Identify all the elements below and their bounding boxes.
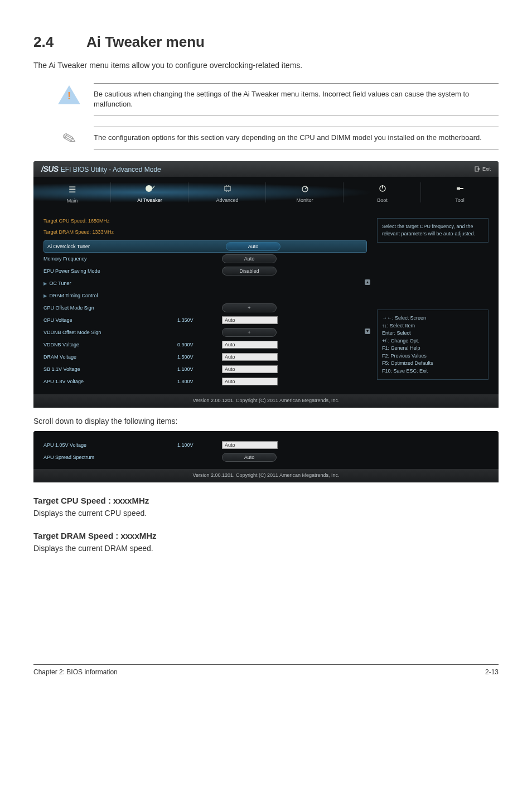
cpu-voltage-label: CPU Voltage [43,317,177,323]
help-box: Select the target CPU frequency, and the… [377,218,489,243]
exit-button[interactable]: Exit [475,166,491,172]
vddnb-offset-mode-sign-label: VDDNB Offset Mode Sign [43,330,177,335]
apu-1-8v-voltage-label: APU 1.8V Voltage [43,379,177,384]
vddnb-voltage-reading: 0.900V [177,342,222,347]
memory-frequency-label: Memory Frequency [43,256,177,262]
row-vddnb-offset-mode-sign[interactable]: VDDNB Offset Mode Sign + [43,326,367,339]
power-icon [344,185,421,194]
tab-advanced[interactable]: i Advanced [188,177,266,208]
row-apu-spread-spectrum[interactable]: APU Spread Spectrum Auto [43,451,367,463]
cpu-offset-mode-sign-label: CPU Offset Mode Sign [43,305,177,311]
tab-boot-label: Boot [377,197,388,203]
memory-frequency-value[interactable]: Auto [222,254,277,263]
target-dram-text: Displays the current DRAM speed. [33,544,499,553]
target-dram-heading: Target DRAM Speed : xxxxMHz [33,531,499,540]
vddnb-offset-mode-sign-value[interactable]: + [222,328,277,337]
row-cpu-voltage[interactable]: CPU Voltage 1.350V Auto [43,314,367,326]
tab-monitor[interactable]: Monitor [266,177,344,208]
dram-voltage-value[interactable]: Auto [222,353,278,361]
note-icon: ✎ [56,127,83,150]
section-intro: The Ai Tweaker menu items allow you to c… [33,61,499,70]
vddnb-voltage-label: VDDNB Voltage [43,342,177,347]
key-help-6: F2: Previous Values [382,352,483,360]
apu-spread-spectrum-value[interactable]: Auto [222,453,277,462]
epu-power-saving-label: EPU Power Saving Mode [43,268,177,274]
row-dram-timing-control[interactable]: ▶ DRAM Timing Control [43,289,367,302]
apu-1-8v-voltage-value[interactable]: Auto [222,378,278,385]
tab-monitor-label: Monitor [296,197,313,203]
svg-rect-15 [460,188,463,189]
cpu-offset-mode-sign-value[interactable]: + [222,303,277,312]
apu-1-05v-voltage-reading: 1.100V [177,442,222,448]
scroll-up-button[interactable]: ▴ [365,279,370,285]
tab-main-label: Main [67,198,78,204]
row-apu-1-8v-voltage[interactable]: APU 1.8V Voltage 1.800V Auto [43,375,367,388]
key-help-8: F10: Save ESC: Exit [382,368,483,375]
row-memory-frequency[interactable]: Memory Frequency Auto [43,253,367,265]
target-cpu-heading: Target CPU Speed : xxxxMHz [33,496,499,505]
section-number: 2.4 [33,33,86,51]
scroll-down-button[interactable]: ▾ [365,328,370,334]
cpu-voltage-value[interactable]: Auto [222,316,278,324]
epu-power-saving-value[interactable]: Disabled [222,267,277,276]
tab-ai-tweaker[interactable]: Ai Tweaker [111,177,188,208]
bios-tabs: ☰ Main Ai Tweaker i Advanced Monitor [33,177,499,208]
footer-left: Chapter 2: BIOS information [33,668,118,676]
exit-icon [475,166,480,172]
key-help-2: ↑↓: Select Item [382,322,483,330]
tab-boot[interactable]: Boot [344,177,421,208]
ai-overclock-tuner-value[interactable]: Auto [226,242,280,251]
bios-window-scrolled: APU 1.05V Voltage 1.100V Auto APU Spread… [33,431,499,482]
target-cpu-speed: Target CPU Speed: 1650MHz [43,218,367,224]
key-help-3: Enter: Select [382,330,483,337]
sb-1-1v-voltage-label: SB 1.1V Voltage [43,366,177,372]
row-apu-1-05v-voltage[interactable]: APU 1.05V Voltage 1.100V Auto [43,439,367,451]
section-name: Ai Tweaker menu [86,33,205,50]
row-vddnb-voltage[interactable]: VDDNB Voltage 0.900V Auto [43,339,367,351]
key-help-1: →←: Select Screen [382,315,483,322]
asus-logo: /SUS [41,165,59,173]
row-dram-voltage[interactable]: DRAM Voltage 1.500V Auto [43,351,367,363]
page-footer: Chapter 2: BIOS information 2-13 [33,664,499,676]
bios-titlebar: /SUS EFI BIOS Utility - Advanced Mode Ex… [33,161,499,177]
key-help-4: +/-: Change Opt. [382,337,483,345]
tab-tool-label: Tool [455,197,465,203]
svg-line-9 [305,187,307,189]
warning-callout: Be cautious when changing the settings o… [56,83,499,115]
monitor-icon [266,185,344,194]
sb-1-1v-voltage-reading: 1.100V [177,366,222,372]
keys-box: →←: Select Screen ↑↓: Select Item Enter:… [377,310,489,380]
bios-footer: Version 2.00.1201. Copyright (C) 2011 Am… [33,394,499,408]
apu-1-8v-voltage-reading: 1.800V [177,379,222,384]
warning-text: Be cautious when changing the settings o… [94,83,499,115]
vddnb-voltage-value[interactable]: Auto [222,341,278,349]
row-oc-tuner[interactable]: ▶ OC Tuner [43,277,367,289]
note-callout: ✎ The configuration options for this sec… [56,127,499,150]
chevron-right-icon: ▶ [43,293,47,298]
bios-footer-2: Version 2.00.1201. Copyright (C) 2011 Am… [33,469,499,482]
apu-1-05v-voltage-label: APU 1.05V Voltage [43,442,177,448]
note-text: The configuration options for this secti… [94,127,499,149]
scroll-note: Scroll down to display the following ite… [33,417,499,426]
apu-1-05v-voltage-value[interactable]: Auto [222,441,278,449]
bios-title: /SUS EFI BIOS Utility - Advanced Mode [41,165,161,173]
tab-main[interactable]: ☰ Main [33,177,111,208]
row-cpu-offset-mode-sign[interactable]: CPU Offset Mode Sign + [43,302,367,314]
tab-tool[interactable]: Tool [421,177,499,208]
sb-1-1v-voltage-value[interactable]: Auto [222,365,278,373]
chip-icon: i [188,185,266,194]
oc-tuner-label: OC Tuner [50,281,71,286]
row-ai-overclock-tuner[interactable]: Ai Overclock Tuner Auto [43,240,367,253]
scroll-rail: ▴ ▾ [366,279,369,388]
key-help-7: F5: Optimized Defaults [382,360,483,368]
bios-subtitle: EFI BIOS Utility - Advanced Mode [61,166,161,173]
dram-voltage-reading: 1.500V [177,354,222,360]
footer-right: 2-13 [485,668,499,676]
dram-voltage-label: DRAM Voltage [43,354,177,360]
svg-text:i: i [226,187,226,190]
section-title: 2.4Ai Tweaker menu [33,33,499,51]
apu-spread-spectrum-label: APU Spread Spectrum [43,455,177,460]
row-sb-1-1v-voltage[interactable]: SB 1.1V Voltage 1.100V Auto [43,363,367,375]
row-epu-power-saving[interactable]: EPU Power Saving Mode Disabled [43,265,367,277]
cpu-voltage-reading: 1.350V [177,317,222,323]
